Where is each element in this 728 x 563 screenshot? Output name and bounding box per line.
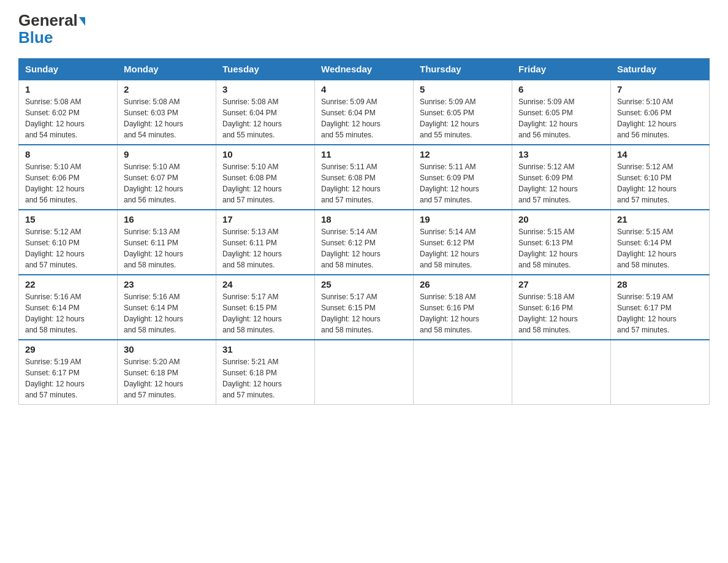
day-cell: 4Sunrise: 5:09 AMSunset: 6:04 PMDaylight… (315, 80, 414, 145)
day-number: 30 (124, 344, 210, 354)
logo-blue-text: Blue (18, 28, 53, 47)
day-cell: 7Sunrise: 5:10 AMSunset: 6:06 PMDaylight… (611, 80, 710, 145)
day-cell (315, 340, 414, 405)
header-cell-friday: Friday (512, 59, 611, 80)
day-cell: 21Sunrise: 5:15 AMSunset: 6:14 PMDayligh… (611, 210, 710, 275)
day-info: Sunrise: 5:08 AMSunset: 6:03 PMDaylight:… (124, 96, 210, 140)
day-info: Sunrise: 5:15 AMSunset: 6:13 PMDaylight:… (518, 226, 604, 270)
day-number: 13 (518, 149, 604, 159)
day-number: 6 (518, 84, 604, 94)
day-cell: 24Sunrise: 5:17 AMSunset: 6:15 PMDayligh… (216, 275, 315, 340)
day-number: 12 (420, 149, 506, 159)
day-cell: 20Sunrise: 5:15 AMSunset: 6:13 PMDayligh… (512, 210, 611, 275)
day-info: Sunrise: 5:08 AMSunset: 6:02 PMDaylight:… (25, 96, 111, 140)
day-cell (512, 340, 611, 405)
day-cell: 11Sunrise: 5:11 AMSunset: 6:08 PMDayligh… (315, 145, 414, 210)
calendar-table: SundayMondayTuesdayWednesdayThursdayFrid… (18, 58, 710, 405)
day-cell: 14Sunrise: 5:12 AMSunset: 6:10 PMDayligh… (611, 145, 710, 210)
logo: General Blue (18, 12, 85, 47)
day-cell: 2Sunrise: 5:08 AMSunset: 6:03 PMDaylight… (118, 80, 216, 145)
calendar-header: SundayMondayTuesdayWednesdayThursdayFrid… (19, 59, 710, 80)
day-number: 7 (617, 84, 703, 94)
day-number: 16 (124, 214, 210, 224)
day-info: Sunrise: 5:12 AMSunset: 6:10 PMDaylight:… (617, 161, 703, 205)
day-number: 23 (124, 279, 210, 289)
day-info: Sunrise: 5:09 AMSunset: 6:05 PMDaylight:… (420, 96, 506, 140)
day-cell: 17Sunrise: 5:13 AMSunset: 6:11 PMDayligh… (216, 210, 315, 275)
day-info: Sunrise: 5:20 AMSunset: 6:18 PMDaylight:… (124, 356, 210, 400)
day-info: Sunrise: 5:19 AMSunset: 6:17 PMDaylight:… (25, 356, 111, 400)
day-number: 28 (617, 279, 703, 289)
week-row-5: 29Sunrise: 5:19 AMSunset: 6:17 PMDayligh… (19, 340, 710, 405)
day-cell: 3Sunrise: 5:08 AMSunset: 6:04 PMDaylight… (216, 80, 315, 145)
logo-text: General (18, 12, 85, 28)
day-number: 27 (518, 279, 604, 289)
day-info: Sunrise: 5:16 AMSunset: 6:14 PMDaylight:… (124, 291, 210, 335)
day-number: 17 (222, 214, 308, 224)
day-cell (414, 340, 512, 405)
day-cell: 23Sunrise: 5:16 AMSunset: 6:14 PMDayligh… (118, 275, 216, 340)
day-cell: 22Sunrise: 5:16 AMSunset: 6:14 PMDayligh… (19, 275, 118, 340)
day-info: Sunrise: 5:19 AMSunset: 6:17 PMDaylight:… (617, 291, 703, 335)
day-cell: 26Sunrise: 5:18 AMSunset: 6:16 PMDayligh… (414, 275, 512, 340)
day-number: 14 (617, 149, 703, 159)
day-info: Sunrise: 5:10 AMSunset: 6:07 PMDaylight:… (124, 161, 210, 205)
day-cell: 18Sunrise: 5:14 AMSunset: 6:12 PMDayligh… (315, 210, 414, 275)
day-info: Sunrise: 5:11 AMSunset: 6:09 PMDaylight:… (420, 161, 506, 205)
week-row-1: 1Sunrise: 5:08 AMSunset: 6:02 PMDaylight… (19, 80, 710, 145)
day-info: Sunrise: 5:09 AMSunset: 6:05 PMDaylight:… (518, 96, 604, 140)
day-number: 2 (124, 84, 210, 94)
day-cell: 28Sunrise: 5:19 AMSunset: 6:17 PMDayligh… (611, 275, 710, 340)
day-number: 20 (518, 214, 604, 224)
day-number: 1 (25, 84, 111, 94)
day-cell: 10Sunrise: 5:10 AMSunset: 6:08 PMDayligh… (216, 145, 315, 210)
day-number: 29 (25, 344, 111, 354)
day-info: Sunrise: 5:09 AMSunset: 6:04 PMDaylight:… (321, 96, 407, 140)
header-row: SundayMondayTuesdayWednesdayThursdayFrid… (19, 59, 710, 80)
header-cell-saturday: Saturday (611, 59, 710, 80)
day-number: 25 (321, 279, 407, 289)
day-info: Sunrise: 5:12 AMSunset: 6:09 PMDaylight:… (518, 161, 604, 205)
header-cell-tuesday: Tuesday (216, 59, 315, 80)
day-number: 22 (25, 279, 111, 289)
day-info: Sunrise: 5:14 AMSunset: 6:12 PMDaylight:… (420, 226, 506, 270)
header-cell-thursday: Thursday (414, 59, 512, 80)
day-cell: 8Sunrise: 5:10 AMSunset: 6:06 PMDaylight… (19, 145, 118, 210)
day-info: Sunrise: 5:17 AMSunset: 6:15 PMDaylight:… (222, 291, 308, 335)
day-info: Sunrise: 5:11 AMSunset: 6:08 PMDaylight:… (321, 161, 407, 205)
header-cell-monday: Monday (118, 59, 216, 80)
day-cell: 29Sunrise: 5:19 AMSunset: 6:17 PMDayligh… (19, 340, 118, 405)
day-number: 15 (25, 214, 111, 224)
day-cell: 30Sunrise: 5:20 AMSunset: 6:18 PMDayligh… (118, 340, 216, 405)
week-row-3: 15Sunrise: 5:12 AMSunset: 6:10 PMDayligh… (19, 210, 710, 275)
day-cell: 1Sunrise: 5:08 AMSunset: 6:02 PMDaylight… (19, 80, 118, 145)
day-cell: 13Sunrise: 5:12 AMSunset: 6:09 PMDayligh… (512, 145, 611, 210)
day-number: 31 (222, 344, 308, 354)
day-number: 5 (420, 84, 506, 94)
day-info: Sunrise: 5:18 AMSunset: 6:16 PMDaylight:… (518, 291, 604, 335)
day-number: 21 (617, 214, 703, 224)
header-cell-sunday: Sunday (19, 59, 118, 80)
day-info: Sunrise: 5:13 AMSunset: 6:11 PMDaylight:… (124, 226, 210, 270)
day-number: 4 (321, 84, 407, 94)
day-info: Sunrise: 5:16 AMSunset: 6:14 PMDaylight:… (25, 291, 111, 335)
day-cell: 5Sunrise: 5:09 AMSunset: 6:05 PMDaylight… (414, 80, 512, 145)
day-info: Sunrise: 5:10 AMSunset: 6:06 PMDaylight:… (617, 96, 703, 140)
day-info: Sunrise: 5:18 AMSunset: 6:16 PMDaylight:… (420, 291, 506, 335)
day-cell: 31Sunrise: 5:21 AMSunset: 6:18 PMDayligh… (216, 340, 315, 405)
day-number: 19 (420, 214, 506, 224)
day-info: Sunrise: 5:17 AMSunset: 6:15 PMDaylight:… (321, 291, 407, 335)
day-number: 9 (124, 149, 210, 159)
day-info: Sunrise: 5:15 AMSunset: 6:14 PMDaylight:… (617, 226, 703, 270)
day-cell (611, 340, 710, 405)
day-cell: 25Sunrise: 5:17 AMSunset: 6:15 PMDayligh… (315, 275, 414, 340)
day-info: Sunrise: 5:14 AMSunset: 6:12 PMDaylight:… (321, 226, 407, 270)
day-cell: 9Sunrise: 5:10 AMSunset: 6:07 PMDaylight… (118, 145, 216, 210)
day-cell: 15Sunrise: 5:12 AMSunset: 6:10 PMDayligh… (19, 210, 118, 275)
day-number: 8 (25, 149, 111, 159)
day-info: Sunrise: 5:10 AMSunset: 6:06 PMDaylight:… (25, 161, 111, 205)
day-cell: 27Sunrise: 5:18 AMSunset: 6:16 PMDayligh… (512, 275, 611, 340)
day-info: Sunrise: 5:08 AMSunset: 6:04 PMDaylight:… (222, 96, 308, 140)
day-info: Sunrise: 5:10 AMSunset: 6:08 PMDaylight:… (222, 161, 308, 205)
logo-triangle-icon (79, 17, 85, 26)
